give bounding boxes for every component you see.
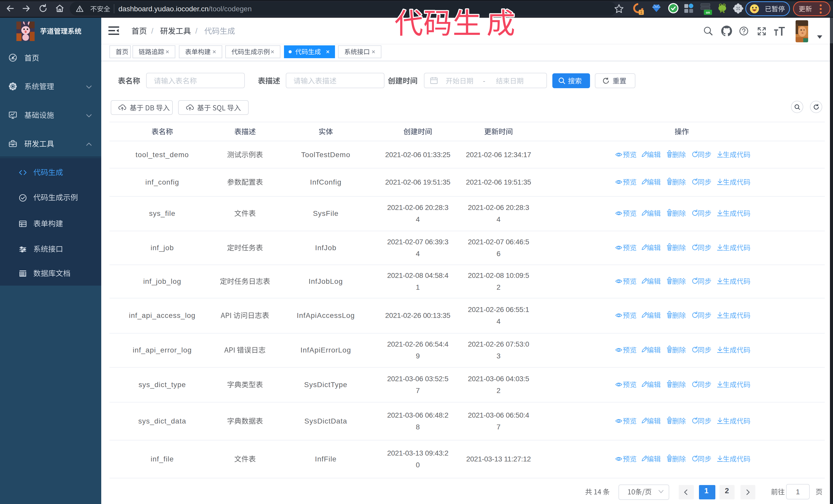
svg-text:1: 1 xyxy=(640,10,643,15)
svg-text:on: on xyxy=(706,10,710,14)
